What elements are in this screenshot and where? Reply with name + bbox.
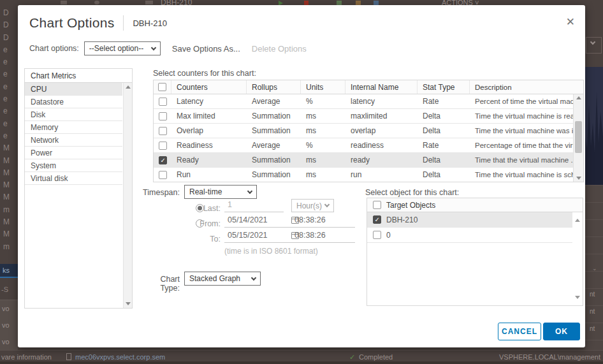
select-all-objects-checkbox[interactable] (373, 201, 381, 209)
counters-scrollbar[interactable] (573, 94, 583, 182)
counter-desc: Time the virtual machine is rea... (470, 112, 573, 120)
statusbar-band (0, 361, 603, 364)
chart-metrics-panel: Chart Metrics CPU Datastore Disk Memory … (24, 68, 133, 309)
scrollbar-thumb[interactable] (575, 121, 582, 153)
save-options-as-button[interactable]: Save Options As... (172, 44, 240, 54)
last-label: Last: (180, 204, 221, 213)
from-date-input[interactable]: 05/14/2021 (224, 215, 301, 228)
row-checkbox[interactable] (159, 142, 167, 150)
inventory-tree-rows: vo vo vo (0, 300, 18, 350)
scroll-down-icon[interactable] (576, 177, 581, 180)
counter-desc: Percent of time the virtual mac... (470, 98, 573, 105)
close-icon[interactable]: ✕ (566, 17, 575, 27)
chevron-down-icon (151, 45, 156, 50)
counter-internal: run (345, 170, 418, 179)
power-off-icon (304, 1, 309, 5)
counter-units: ms (301, 112, 345, 120)
to-date-value: 05/15/2021 (228, 231, 268, 240)
counter-stat: Rate (418, 141, 470, 150)
object-row-dbh-210[interactable]: DBH-210 (367, 212, 572, 228)
row-checkbox[interactable] (159, 156, 167, 164)
row-checkbox[interactable] (159, 171, 167, 179)
column-rollups: Rollups (247, 80, 301, 94)
to-date-input[interactable]: 05/15/2021 (224, 231, 301, 243)
counter-units: ms (301, 126, 345, 135)
dialog-header: Chart Options DBH-210 (29, 15, 167, 31)
scroll-up-icon[interactable] (575, 219, 580, 222)
chevron-down-icon (247, 188, 252, 193)
from-time-input[interactable]: 08:38:26 (291, 215, 355, 228)
chart-spikes (585, 67, 603, 185)
column-target-objects: Target Objects (386, 201, 435, 210)
counter-units: % (301, 141, 345, 150)
metric-item-memory[interactable]: Memory (25, 121, 122, 134)
counter-stat: Rate (418, 97, 470, 106)
task-target: mec06vxpvs.select.corp.sem (75, 353, 165, 361)
to-label: To: (180, 235, 221, 244)
counter-row-max-limited[interactable]: Max limited Summation ms maxlimited Delt… (154, 109, 573, 124)
metric-item-network[interactable]: Network (25, 134, 122, 147)
counter-desc: Time the virtual machine is sch... (470, 171, 573, 178)
objects-scrollbar[interactable] (572, 212, 583, 305)
task-target-icon (66, 353, 71, 360)
metric-item-power[interactable]: Power (25, 147, 122, 159)
counter-row-ready[interactable]: Ready Summation ms ready Delta Time that… (154, 153, 573, 168)
cancel-button[interactable]: CANCEL (498, 323, 541, 340)
screen: DBH-210 ACTIONS ˅ D D D e e e e e e e e … (0, 0, 603, 364)
counter-rollup: Summation (247, 112, 301, 120)
timespan-label: Timespan: (139, 188, 180, 197)
background-row-text: nt nt nt (590, 286, 595, 337)
iso-format-note: (time is in ISO 8601 format) (224, 247, 318, 256)
ok-button[interactable]: OK (543, 323, 580, 340)
page-title: Chart Options (29, 15, 114, 31)
saved-options-select[interactable]: --Select option-- (84, 41, 161, 55)
chart-type-select[interactable]: Stacked Graph (184, 272, 261, 286)
counters-table-header: Counters Rollups Units Internal Name Sta… (154, 80, 583, 94)
counter-stat: Delta (418, 170, 470, 179)
row-checkbox[interactable] (159, 98, 167, 106)
metric-item-datastore[interactable]: Datastore (25, 96, 122, 108)
metric-item-disk[interactable]: Disk (25, 108, 122, 121)
metric-item-cpu[interactable]: CPU (25, 83, 122, 96)
column-internal-name: Internal Name (345, 80, 418, 94)
time-unit-select[interactable]: Hour(s) (291, 199, 334, 212)
select-all-counters-checkbox[interactable] (158, 83, 166, 91)
counter-desc: Time the virtual machine was i... (470, 127, 573, 135)
metrics-scrollbar[interactable] (123, 83, 132, 308)
counter-rollup: Summation (247, 170, 301, 179)
row-checkbox[interactable] (373, 215, 381, 224)
to-time-input[interactable]: 08:38:26 (291, 231, 355, 243)
last-value-input[interactable]: 1 (224, 200, 284, 212)
chart-type-value: Stacked Graph (189, 274, 240, 283)
object-row-0[interactable]: 0 (367, 228, 572, 243)
scroll-down-icon[interactable] (126, 302, 131, 305)
counter-row-run[interactable]: Run Summation ms run Delta Time the virt… (154, 168, 573, 182)
chevron-down-icon (590, 40, 595, 45)
chevron-down-icon (324, 202, 330, 207)
scroll-up-icon[interactable] (126, 85, 131, 89)
target-objects-table: Target Objects DBH-210 0 (367, 198, 583, 306)
counter-row-latency[interactable]: Latency Average % latency Rate Percent o… (154, 94, 573, 109)
counter-units: ms (301, 170, 345, 179)
row-checkbox[interactable] (159, 127, 167, 135)
inventory-tree-selected: ks (0, 264, 18, 278)
chart-metrics-header: Chart Metrics (25, 69, 132, 83)
counter-rollup: Average (247, 141, 301, 150)
timespan-select[interactable]: Real-time (184, 185, 257, 199)
from-date-value: 05/14/2021 (228, 215, 268, 224)
background-dropdown (586, 37, 602, 54)
metric-item-system[interactable]: System (25, 159, 122, 172)
chart-type-label: Chart Type: (139, 275, 180, 293)
time-unit-value: Hour(s) (296, 201, 322, 210)
metric-item-virtual-disk[interactable]: Virtual disk (25, 172, 122, 185)
row-checkbox[interactable] (373, 231, 381, 239)
counter-rollup: Summation (247, 126, 301, 135)
counter-row-readiness[interactable]: Readiness Average % readiness Rate Perce… (154, 138, 573, 153)
scroll-down-icon[interactable] (575, 296, 580, 299)
row-checkbox[interactable] (159, 112, 167, 120)
scroll-up-icon[interactable] (576, 96, 581, 99)
statusbar-left-text: vare information (1, 353, 52, 361)
counter-name: Run (171, 170, 247, 179)
counter-row-overlap[interactable]: Overlap Summation ms overlap Delta Time … (154, 124, 573, 138)
toolbar-icon (337, 1, 342, 5)
